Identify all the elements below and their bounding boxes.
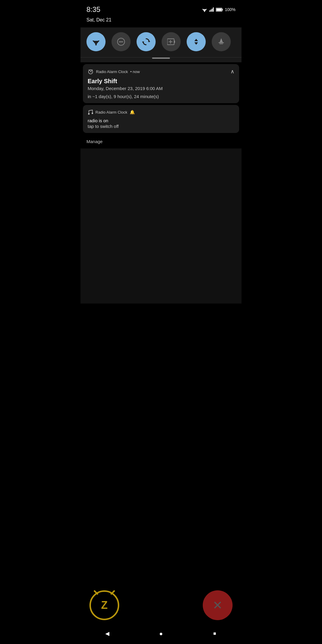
qs-data-icon [192,38,200,46]
status-time: 8:35 [86,5,100,14]
notif-alarm-header-left: Radio Alarm Clock • now [88,69,140,75]
main-area [80,148,242,304]
notification-alarm[interactable]: Radio Alarm Clock • now ∧ Early Shift Mo… [83,64,239,103]
svg-rect-7 [213,7,214,12]
notif-radio-bell: 🔔 [130,110,135,114]
notif-alarm-subtitle: Monday, December 23, 2019 6:00 AM [88,86,234,91]
svg-rect-25 [219,42,224,43]
svg-point-32 [88,113,90,115]
svg-marker-18 [142,42,144,43]
svg-rect-10 [216,8,222,11]
svg-rect-20 [174,41,175,43]
svg-rect-16 [119,41,123,42]
notif-alarm-time: • now [130,69,140,74]
svg-rect-4 [209,10,210,12]
svg-point-14 [95,44,97,46]
battery-icon [216,8,223,12]
manage-section: Manage [80,135,242,148]
notif-alarm-expand[interactable]: ∧ [230,68,234,75]
signal-icon [209,7,214,12]
date-row: Sat, Dec 21 [80,16,242,27]
notif-alarm-header: Radio Alarm Clock • now ∧ [88,68,234,75]
status-icons: 100% [202,7,236,12]
notif-radio-header: Radio Alarm Clock 🔔 [88,109,234,115]
notif-alarm-body: in ~1 day(s), 9 hour(s), 24 minute(s) [88,94,234,99]
alarm-clock-icon [88,69,94,75]
notification-radio[interactable]: Radio Alarm Clock 🔔 radio is on tap to s… [83,105,239,133]
notif-radio-line1: radio is on [88,118,234,123]
qs-data-button[interactable] [187,32,206,51]
wifi-icon [202,7,208,12]
status-bar: 8:35 100% [80,0,242,16]
manage-button[interactable]: Manage [86,139,103,144]
drag-handle-bar [152,58,170,59]
qs-wifi-icon [92,38,100,45]
qs-dnd-button[interactable] [112,32,131,51]
drag-handle[interactable] [80,58,242,62]
qs-dnd-icon [117,38,125,46]
qs-airplane-icon [217,38,225,46]
qs-wifi-button[interactable] [86,32,106,51]
svg-point-3 [204,11,205,12]
svg-marker-17 [148,41,150,42]
svg-rect-5 [210,10,211,12]
qs-battery-saver-button[interactable] [162,32,181,51]
qs-airplane-button[interactable] [212,32,231,51]
svg-rect-9 [222,9,223,10]
svg-rect-6 [212,9,213,12]
svg-rect-26 [219,44,223,44]
qs-battery-saver-icon [167,38,175,45]
svg-point-33 [92,113,93,114]
svg-marker-23 [194,39,198,41]
notif-alarm-title: Early Shift [88,78,234,85]
notif-alarm-app-name: Radio Alarm Clock [96,69,128,74]
notif-radio-app-name: Radio Alarm Clock [95,110,127,114]
battery-percentage: 100% [225,7,236,12]
svg-marker-24 [194,42,198,45]
qs-sync-icon [142,38,150,46]
date-text: Sat, Dec 21 [86,17,112,22]
quick-settings [80,27,242,58]
notif-radio-line2: tap to switch off [88,124,234,129]
qs-sync-button[interactable] [137,32,156,51]
music-note-icon [88,109,93,115]
